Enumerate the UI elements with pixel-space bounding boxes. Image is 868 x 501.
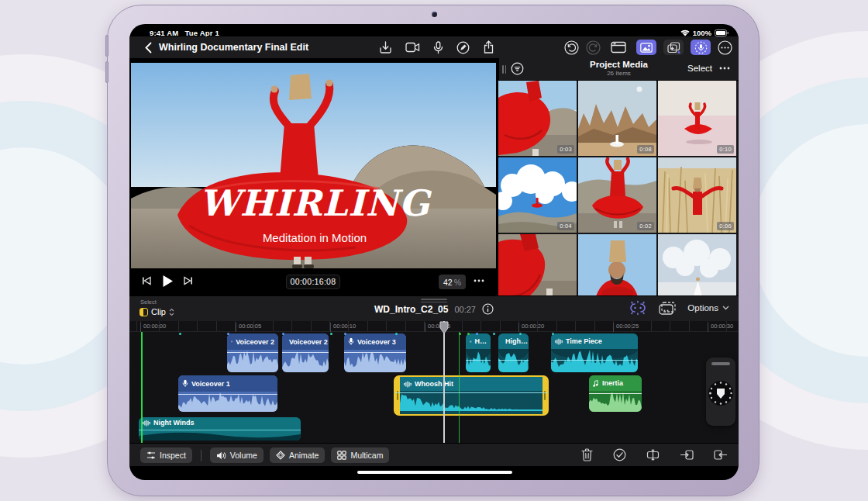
info-icon[interactable]	[482, 303, 494, 315]
approve-check-icon[interactable]	[613, 448, 626, 461]
timeline-clip[interactable]: Voiceover 3	[344, 333, 406, 372]
timeline-marker[interactable]	[467, 333, 470, 335]
overlay-clip-icon[interactable]	[659, 302, 676, 315]
viewer-more-icon[interactable]	[473, 276, 485, 285]
timeline-clip-selected[interactable]: Whoosh Hit	[394, 375, 549, 416]
select-mode-label: Select	[140, 299, 157, 306]
clip-duration-badge: 0:08	[637, 145, 654, 154]
video-subtitle-text: Meditation in Motion	[263, 231, 367, 244]
play-icon[interactable]	[162, 275, 174, 288]
timeline-marker[interactable]	[179, 333, 181, 335]
browser-panel-icon[interactable]	[611, 41, 626, 54]
volume-up-button[interactable]	[105, 35, 108, 57]
playhead-handle[interactable]	[439, 321, 450, 337]
jog-wheel[interactable]	[706, 358, 735, 426]
ruler-tick-label: 00:00:10	[330, 323, 356, 332]
media-thumbnail[interactable]	[658, 234, 736, 295]
media-thumbnail[interactable]	[498, 234, 577, 295]
skip-back-icon[interactable]	[142, 276, 151, 285]
options-label: Options	[687, 303, 718, 313]
media-thumbnail[interactable]: 0:04	[498, 157, 577, 233]
media-thumbnail[interactable]: 0:08	[578, 81, 656, 156]
blade-split-icon[interactable]	[646, 448, 660, 461]
mic-icon[interactable]	[433, 41, 443, 54]
volume-down-button[interactable]	[105, 61, 108, 83]
voiceover-button[interactable]	[691, 40, 711, 55]
selected-clip-duration: 00:27	[454, 305, 476, 314]
media-thumbnail[interactable]	[578, 234, 656, 295]
tool-button-label: Multicam	[350, 451, 383, 460]
ipad-device: 9:41 AMTue Apr 1 100% Whirling Documenta…	[107, 5, 760, 496]
redo-icon[interactable]	[586, 40, 601, 55]
battery-icon	[715, 29, 729, 36]
trim-handle-left[interactable]	[395, 377, 400, 414]
timeline-clip[interactable]: Voiceover 2	[282, 333, 329, 372]
home-indicator[interactable]	[357, 471, 512, 474]
panel-drag-handle[interactable]	[502, 65, 506, 74]
delete-icon[interactable]	[581, 448, 593, 461]
clip-label: Time Piece	[566, 337, 602, 345]
back-icon[interactable]	[142, 41, 154, 54]
trim-handle-right[interactable]	[542, 377, 547, 414]
timeline-marker[interactable]	[282, 333, 284, 335]
zoom-level-button[interactable]: 42%	[439, 275, 466, 289]
timeline-clip[interactable]: Night Winds	[139, 417, 301, 441]
timeline-ruler[interactable]: 00:00:0000:00:0500:00:1000:00:1500:00:20…	[129, 321, 739, 332]
wifi-icon	[680, 29, 690, 36]
timeline-marker[interactable]	[552, 333, 554, 335]
timeline-clip[interactable]: H…	[466, 333, 491, 372]
timeline-clip[interactable]: High…	[498, 333, 529, 372]
inspect-button[interactable]: Inspect	[140, 447, 192, 463]
timecode-display[interactable]: 00:00:16:08	[286, 275, 340, 289]
timeline-drag-handle[interactable]	[421, 299, 447, 304]
clip-label: Voiceover 2	[289, 338, 328, 346]
camera-icon[interactable]	[405, 42, 420, 53]
timeline-marker[interactable]	[476, 333, 478, 335]
timeline-marker[interactable]	[519, 333, 522, 335]
ruler-tick-label: 00:00:05	[236, 323, 261, 332]
share-icon[interactable]	[483, 40, 494, 54]
animate-button[interactable]: Animate	[270, 447, 326, 463]
import-icon[interactable]	[379, 40, 392, 54]
filter-icon[interactable]	[511, 62, 524, 75]
timeline-clip[interactable]: Time Piece	[551, 333, 638, 372]
panel-more-icon[interactable]	[718, 64, 731, 73]
timeline-clip[interactable]: Inertia	[589, 375, 642, 412]
insert-left-icon[interactable]	[680, 449, 694, 461]
video-viewer[interactable]: WHIRLING Meditation in Motion 00:00:16:0…	[129, 58, 498, 295]
jog-drag-handle[interactable]	[711, 362, 730, 365]
options-button[interactable]: Options	[687, 303, 729, 313]
media-browser-button[interactable]	[636, 40, 656, 55]
timeline-marker[interactable]	[493, 333, 495, 335]
pencil-tool-icon[interactable]	[456, 41, 470, 54]
timeline-marker[interactable]	[330, 333, 332, 335]
media-thumbnail[interactable]: 0:10	[658, 81, 736, 156]
timeline-marker[interactable]	[344, 333, 346, 335]
clip-duration-badge: 0:03	[557, 145, 574, 154]
skip-forward-icon[interactable]	[184, 276, 193, 285]
range-start-line	[459, 332, 460, 443]
clip-tool-dropdown[interactable]: Clip	[140, 307, 174, 316]
playhead[interactable]	[443, 321, 445, 443]
media-thumbnail[interactable]: 0:03	[498, 81, 577, 156]
timeline-clip[interactable]: Voiceover 1	[178, 375, 277, 412]
video-frame: WHIRLING Meditation in Motion	[131, 63, 496, 268]
effects-button[interactable]	[663, 40, 684, 55]
timeline-header: Select Clip WD_Intro_C2_05 00:27	[129, 295, 739, 321]
timeline-clip[interactable]: Voiceover 2	[227, 333, 278, 372]
media-thumbnail[interactable]: 0:02	[578, 157, 656, 233]
media-thumbnail[interactable]: 0:06	[658, 157, 736, 233]
more-icon[interactable]	[718, 40, 732, 55]
insert-right-icon[interactable]	[714, 449, 728, 461]
timeline[interactable]: 00:00:0000:00:0500:00:1000:00:1500:00:20…	[129, 321, 739, 443]
multicam-button[interactable]: Multicam	[331, 447, 389, 463]
clip-label: Night Winds	[153, 419, 194, 427]
timeline-marker[interactable]	[395, 333, 398, 335]
select-button[interactable]: Select	[687, 64, 712, 73]
connect-clip-icon[interactable]	[629, 300, 647, 316]
undo-icon[interactable]	[564, 40, 579, 55]
zoom-unit: %	[454, 278, 461, 287]
timeline-marker[interactable]	[227, 333, 229, 335]
volume-button[interactable]: Volume	[210, 447, 264, 463]
media-panel-header: Project Media 26 Items Select	[499, 58, 739, 81]
